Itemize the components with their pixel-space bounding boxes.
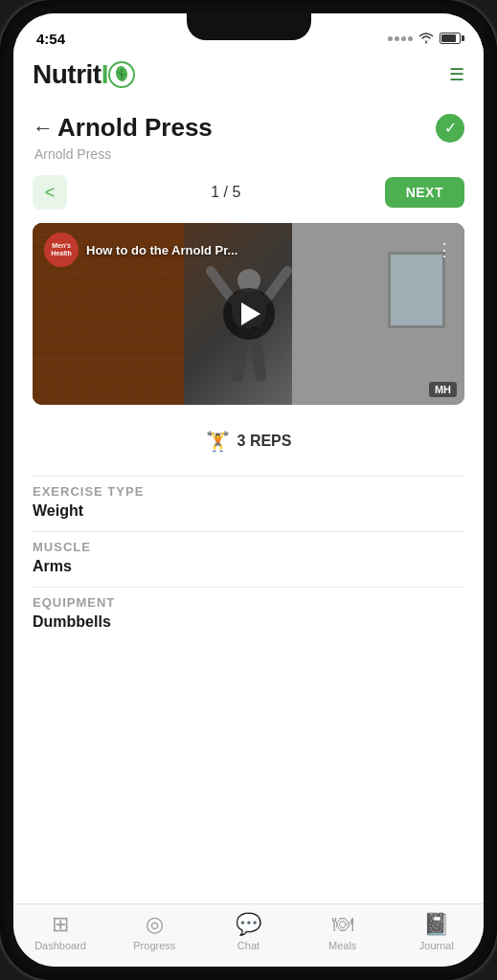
wifi-icon <box>418 33 434 44</box>
status-time: 4:54 <box>36 31 65 47</box>
app-header: Nutrit I ☰ <box>13 56 484 98</box>
page-title: Arnold Press <box>57 113 213 143</box>
video-header: Men'sHealth How to do the Arnold Pr... ⋮ <box>33 223 464 277</box>
exercise-type-value: Weight <box>33 502 464 520</box>
next-button[interactable]: NEXT <box>385 177 464 208</box>
logo-text-black: Nutrit <box>33 59 102 90</box>
notch <box>187 13 311 40</box>
meals-icon: 🍽 <box>332 912 353 937</box>
channel-name: Men'sHealth <box>51 242 71 256</box>
phone-screen: 4:54 <box>13 13 484 967</box>
bottom-nav: ⊞ Dashboard ◎ Progress 💬 Chat 🍽 Meals 📓 … <box>13 903 484 967</box>
back-button[interactable]: ← <box>33 116 54 141</box>
journal-label: Journal <box>419 940 454 951</box>
video-watermark: MH <box>429 382 457 397</box>
logo: Nutrit I <box>33 59 135 90</box>
progress-icon: ◎ <box>146 912 164 937</box>
divider <box>33 476 464 477</box>
exercise-type-section: EXERCISE TYPE Weight <box>33 484 464 520</box>
content-area: ← Arnold Press ✓ Arnold Press < 1 / 5 NE… <box>13 98 484 903</box>
video-title: How to do the Arnold Pr... <box>86 243 428 257</box>
phone-shell: 4:54 <box>0 0 497 980</box>
page-title-row: ← Arnold Press ✓ <box>33 113 464 143</box>
progress-label: Progress <box>133 940 175 951</box>
equipment-section: EQUIPMENT Dumbbells <box>33 595 464 631</box>
logo-leaf-icon <box>108 61 135 88</box>
nav-item-chat[interactable]: 💬 Chat <box>219 912 277 951</box>
complete-check[interactable]: ✓ <box>436 114 464 143</box>
muscle-value: Arms <box>33 558 464 575</box>
reps-row: 🏋 3 REPS <box>33 420 464 468</box>
nav-row: < 1 / 5 NEXT <box>33 175 464 210</box>
status-icons <box>388 33 461 44</box>
exercise-type-label: EXERCISE TYPE <box>33 484 464 499</box>
signal-icon <box>388 36 413 41</box>
chat-label: Chat <box>237 940 260 951</box>
reps-text: 3 REPS <box>237 433 292 450</box>
play-icon <box>241 302 260 325</box>
muscle-label: MUSCLE <box>33 540 464 554</box>
channel-badge: Men'sHealth <box>44 233 79 267</box>
nav-item-meals[interactable]: 🍽 Meals <box>314 912 372 951</box>
battery-icon <box>440 33 461 44</box>
dashboard-icon: ⊞ <box>52 912 69 937</box>
divider-2 <box>33 531 464 532</box>
prev-button[interactable]: < <box>33 175 67 210</box>
nav-item-progress[interactable]: ◎ Progress <box>125 912 183 951</box>
equipment-value: Dumbbells <box>33 613 464 631</box>
menu-icon[interactable]: ☰ <box>449 64 464 85</box>
check-icon: ✓ <box>444 119 457 137</box>
svg-point-0 <box>425 42 427 44</box>
logo-text-green: I <box>102 59 108 90</box>
exercise-subtitle: Arnold Press <box>33 146 464 162</box>
divider-3 <box>33 587 464 588</box>
dashboard-label: Dashboard <box>34 940 86 951</box>
chat-icon: 💬 <box>236 912 261 937</box>
reps-icon: 🏋 <box>206 430 230 453</box>
nav-item-journal[interactable]: 📓 Journal <box>408 912 465 951</box>
journal-icon: 📓 <box>423 912 449 937</box>
page-title-left: ← Arnold Press <box>33 113 213 143</box>
prev-icon: < <box>45 183 56 203</box>
exercise-counter: 1 / 5 <box>211 184 240 201</box>
video-player[interactable]: Men'sHealth How to do the Arnold Pr... ⋮… <box>33 223 464 405</box>
nav-item-dashboard[interactable]: ⊞ Dashboard <box>32 912 89 951</box>
equipment-label: EQUIPMENT <box>33 595 464 610</box>
meals-label: Meals <box>328 940 356 951</box>
video-more-icon[interactable]: ⋮ <box>436 239 453 260</box>
muscle-section: MUSCLE Arms <box>33 540 464 575</box>
play-button[interactable] <box>223 288 275 340</box>
exercise-info: EXERCISE TYPE Weight MUSCLE Arms EQUIPME… <box>33 484 464 631</box>
